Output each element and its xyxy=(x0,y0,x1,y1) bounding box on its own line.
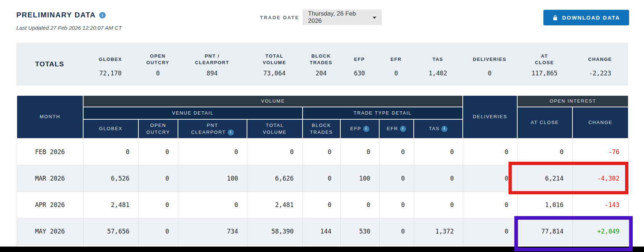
info-icon[interactable]: i xyxy=(363,126,369,132)
group-header-open-interest: OPEN INTEREST xyxy=(517,95,628,107)
col-header-efp: EFPi xyxy=(340,119,379,139)
info-icon[interactable]: i xyxy=(441,126,447,132)
group-header-venue-detail: VENUE DETAIL xyxy=(83,107,303,119)
col-header-month: MONTH xyxy=(17,95,83,139)
totals-block-trades: BLOCK TRADES 204 xyxy=(302,43,340,86)
red-highlight-box xyxy=(509,162,628,194)
title-row: PRELIMINARY DATA i xyxy=(16,11,106,19)
col-header-globex: GLOBEX xyxy=(83,119,138,139)
download-data-label: DOWNLOAD DATA xyxy=(562,15,620,21)
totals-open-outcry: OPEN OUTCRY 0 xyxy=(138,43,178,86)
totals-deliveries: DELIVERIES 0 xyxy=(462,43,517,86)
totals-total-volume: TOTAL VOLUME 73,064 xyxy=(247,43,302,86)
totals-change: CHANGE -2,223 xyxy=(572,43,628,86)
change-cell: -76 xyxy=(572,139,628,165)
col-header-pnt-clearport: PNT CLEARPORTi xyxy=(178,119,247,139)
month-cell: MAY 2026 xyxy=(17,218,83,244)
last-updated-text: Last Updated 27 Feb 2026 12:20:07 AM CT xyxy=(16,25,122,31)
totals-tas: TAS 1,402 xyxy=(413,43,462,86)
table-row-feb-2026: FEB 2026 0 0 0 0 0 0 0 0 0 0 -76 xyxy=(17,139,628,165)
preliminary-data-page: PRELIMINARY DATA i Last Updated 27 Feb 2… xyxy=(0,0,644,252)
col-header-at-close: AT CLOSE xyxy=(517,107,572,139)
totals-pnt-clearport: PNT / CLEARPORT 894 xyxy=(178,43,247,86)
totals-efr: EFR 0 xyxy=(379,43,413,86)
month-cell: FEB 2026 xyxy=(17,139,83,165)
lock-icon xyxy=(552,15,558,21)
col-header-total-volume: TOTAL VOLUME xyxy=(247,119,303,139)
change-cell: -143 xyxy=(572,191,628,218)
col-header-efr: EFRi xyxy=(379,119,414,139)
download-data-button[interactable]: DOWNLOAD DATA xyxy=(543,10,629,25)
totals-efp: EFP 630 xyxy=(340,43,379,86)
col-header-block-trades: BLOCK TRADES xyxy=(303,119,340,139)
totals-label: TOTALS xyxy=(35,60,64,68)
col-header-deliveries: DELIVERIES xyxy=(463,95,517,139)
info-icon[interactable]: i xyxy=(99,12,106,18)
trade-date-dropdown[interactable]: Thursday, 26 Feb 2026 xyxy=(303,9,382,25)
table-row-apr-2026: APR 2026 2,481 0 0 2,481 0 0 0 0 0 1,016… xyxy=(17,191,628,218)
group-header-volume: VOLUME xyxy=(83,95,463,107)
purple-highlight-box xyxy=(514,216,633,251)
chevron-down-icon xyxy=(373,17,376,19)
col-header-change: CHANGE xyxy=(572,107,628,139)
totals-globex: GLOBEX 72,170 xyxy=(83,43,138,86)
info-icon[interactable]: i xyxy=(228,129,234,136)
info-icon[interactable]: i xyxy=(400,126,406,132)
page-title: PRELIMINARY DATA xyxy=(16,11,96,19)
month-cell: MAR 2026 xyxy=(17,165,83,191)
col-header-open-outcry: OPEN OUTCRY xyxy=(138,119,178,139)
trade-date-label: TRADE DATE xyxy=(260,15,299,20)
totals-bar: TOTALS GLOBEX 72,170 OPEN OUTCRY 0 PNT /… xyxy=(16,43,628,86)
trade-date-value: Thursday, 26 Feb 2026 xyxy=(308,10,369,25)
group-header-trade-type-detail: TRADE TYPE DETAIL xyxy=(303,107,463,119)
month-cell: APR 2026 xyxy=(17,191,83,218)
col-header-tas: TASi xyxy=(414,119,463,139)
totals-at-close: AT CLOSE 117,865 xyxy=(517,43,572,86)
